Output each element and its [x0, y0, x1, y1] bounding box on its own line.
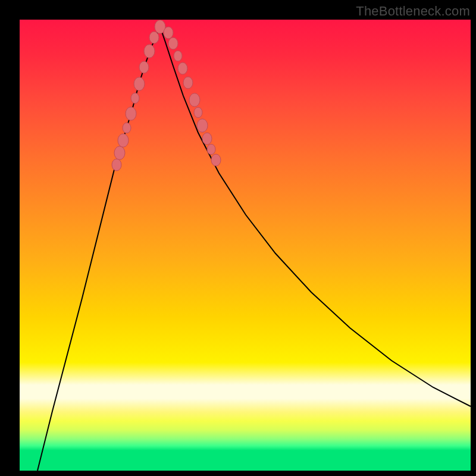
- bead: [112, 159, 121, 171]
- bead: [211, 154, 221, 166]
- bead: [126, 107, 136, 121]
- watermark-label: TheBottleneck.com: [356, 4, 470, 19]
- bead: [197, 119, 208, 133]
- bead: [178, 62, 187, 74]
- bead: [114, 146, 125, 160]
- bead: [183, 77, 193, 89]
- beads-right-group: [164, 27, 221, 166]
- bead: [118, 134, 129, 148]
- bead: [207, 144, 215, 155]
- chart-svg: [20, 20, 471, 471]
- bead: [189, 93, 200, 107]
- bead: [123, 123, 131, 133]
- bead: [149, 32, 159, 43]
- bead: [202, 133, 212, 145]
- bead: [164, 27, 173, 39]
- bead: [131, 93, 139, 104]
- left-curve: [37, 27, 160, 471]
- bead: [139, 61, 149, 73]
- beads-left-group: [112, 20, 165, 171]
- bead: [194, 107, 202, 118]
- chart-plot-area: [20, 20, 471, 471]
- bead: [174, 51, 182, 61]
- bead: [168, 37, 178, 49]
- bead: [134, 77, 145, 91]
- right-curve: [160, 27, 471, 406]
- chart-frame: TheBottleneck.com: [0, 0, 476, 476]
- bead: [144, 45, 155, 58]
